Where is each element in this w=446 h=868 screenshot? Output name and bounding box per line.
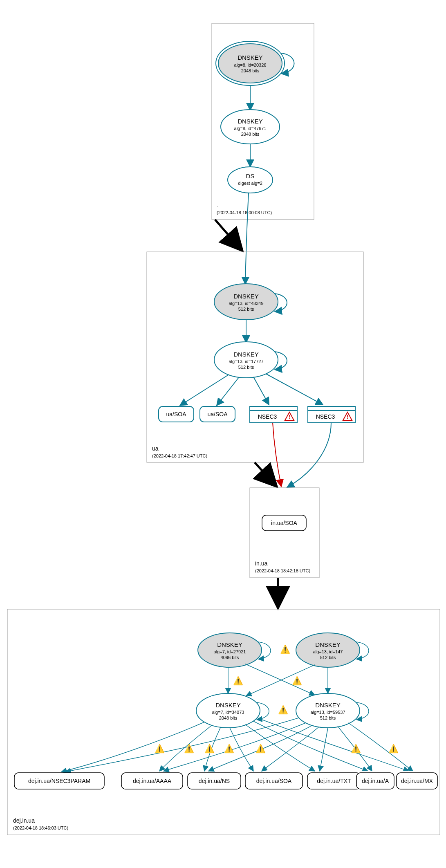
svg-text:dej.in.ua/A: dej.in.ua/A <box>362 778 389 784</box>
overlay-mx: dej.in.ua/A dej.in.ua/MX <box>0 0 446 868</box>
svg-text:dej.in.ua/MX: dej.in.ua/MX <box>401 778 433 784</box>
